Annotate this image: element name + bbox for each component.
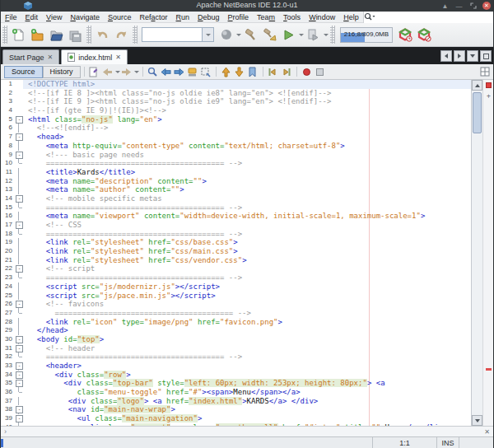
tab-close-icon[interactable]: ✕: [115, 54, 121, 61]
code-text[interactable]: <li class="current"><a class="smoothscro…: [23, 423, 471, 426]
code-text[interactable]: <head>: [23, 133, 471, 142]
close-button[interactable]: ✕: [482, 2, 491, 10]
toolbar-drag-handle[interactable]: [330, 26, 335, 44]
start-macro-recording-button[interactable]: [301, 66, 314, 78]
shade-button[interactable]: ▲: [440, 2, 450, 11]
code-text[interactable]: <!--<![endif]-->: [23, 124, 471, 133]
code-text[interactable]: <body id="top">: [23, 335, 471, 344]
code-line[interactable]: 5<html class="no-js" lang="en">: [1, 115, 471, 124]
code-line[interactable]: 26 <!-- favicons: [1, 300, 471, 309]
fold-mark[interactable]: [15, 371, 23, 380]
profile-stop-icon[interactable]: [415, 26, 434, 44]
code-text[interactable]: <!--[if IE 8 ]><html class="no-js oldie …: [23, 89, 471, 98]
fold-mark[interactable]: [15, 344, 23, 353]
maximize-window-button[interactable]: [480, 50, 492, 62]
tab-close-icon[interactable]: ✕: [48, 54, 54, 61]
fold-mark[interactable]: [15, 264, 23, 273]
fold-mark[interactable]: [15, 300, 23, 309]
caret-position-mark[interactable]: +: [486, 93, 492, 99]
code-line[interactable]: 20 <link rel="stylesheet" href="css/main…: [1, 247, 471, 256]
toggle-highlight-button[interactable]: [186, 66, 199, 78]
new-file-button[interactable]: [9, 26, 28, 44]
globe-icon[interactable]: [217, 26, 235, 44]
fold-mark[interactable]: [15, 405, 23, 414]
code-text[interactable]: <ul class="main-navigation">: [23, 414, 471, 423]
forward-dropdown-icon[interactable]: [134, 71, 139, 73]
find-next-button[interactable]: [173, 66, 186, 78]
source-view-button[interactable]: Source: [4, 66, 43, 78]
code-line[interactable]: 21 <link rel="stylesheet" href="css/vend…: [1, 256, 471, 265]
code-line[interactable]: 32 =====================================…: [1, 352, 471, 362]
code-text[interactable]: <!-- mobile specific metas: [23, 194, 471, 203]
fold-mark[interactable]: [15, 194, 23, 203]
toolbar-drag-handle[interactable]: [2, 26, 7, 44]
forward-button[interactable]: [120, 66, 133, 78]
code-line[interactable]: 3<!--[if IE 9 ]><html class="no-js oldie…: [1, 97, 471, 106]
menu-debug[interactable]: Debug: [193, 13, 224, 21]
code-line[interactable]: 40 <li class="current"><a class="smooths…: [1, 423, 471, 426]
code-line[interactable]: 10 =====================================…: [1, 159, 471, 168]
code-text[interactable]: <link rel="stylesheet" href="css/base.cs…: [23, 238, 471, 247]
fold-mark[interactable]: [15, 414, 23, 423]
clean-build-project-button[interactable]: [260, 26, 279, 44]
code-line[interactable]: 31 <!-- header: [1, 344, 471, 353]
code-line[interactable]: 14 <!-- mobile specific metas: [1, 194, 471, 203]
code-line[interactable]: 12 <meta name="description" content="">: [1, 177, 471, 186]
open-project-button[interactable]: [47, 26, 66, 44]
code-text[interactable]: <!-- script: [23, 264, 471, 273]
code-line[interactable]: 33 <header>: [1, 362, 471, 371]
code-text[interactable]: <meta name="author" content="">: [23, 185, 471, 194]
profile-project-icon[interactable]: [396, 26, 415, 44]
menu-refactor[interactable]: Refactor: [135, 13, 171, 21]
fold-mark[interactable]: [15, 379, 23, 388]
code-line[interactable]: 30 <body id="top">: [1, 335, 471, 344]
menu-window[interactable]: Window: [305, 13, 339, 21]
code-line[interactable]: 19 <link rel="stylesheet" href="css/base…: [1, 238, 471, 247]
code-text[interactable]: ========================================…: [23, 203, 471, 212]
fold-mark[interactable]: [15, 115, 23, 124]
menu-file[interactable]: File: [1, 13, 21, 21]
code-text[interactable]: ========================================…: [23, 352, 471, 362]
code-text[interactable]: <meta name="description" content="">: [23, 177, 471, 186]
code-text[interactable]: <div class="logo"> <a href="index.html">…: [23, 397, 471, 406]
history-view-button[interactable]: History: [43, 66, 81, 78]
code-text[interactable]: <meta name="viewport" content="width=dev…: [23, 212, 471, 221]
code-line[interactable]: 28 <link rel="icon" type="image/png" hre…: [1, 318, 471, 327]
shift-line-right-button[interactable]: [280, 66, 293, 78]
code-text[interactable]: <div class="row">: [23, 371, 471, 380]
scrollbar-thumb[interactable]: [473, 92, 482, 133]
code-line[interactable]: 39 <ul class="main-navigation">: [1, 414, 471, 423]
code-line[interactable]: 27 =====================================…: [1, 309, 471, 318]
code-line[interactable]: 9 <!--- basic page needs: [1, 151, 471, 160]
code-text[interactable]: <script src="js/pace.min.js"></script>: [23, 292, 471, 301]
code-text[interactable]: <meta http-equiv="content-type" content=…: [23, 142, 471, 151]
minimize-button[interactable]: —: [454, 2, 464, 11]
code-line[interactable]: 8 <meta http-equiv="content-type" conten…: [1, 142, 471, 151]
code-line[interactable]: 35 <div class="top-bar" style="left: 60p…: [1, 379, 471, 388]
debug-dropdown-icon[interactable]: [324, 34, 329, 36]
tab-list-button[interactable]: [467, 50, 478, 62]
toolbar-drag-handle[interactable]: [86, 26, 91, 44]
scroll-up-button[interactable]: [472, 80, 482, 91]
debug-project-button[interactable]: [304, 26, 323, 44]
tab-index-html[interactable]: index.html ✕: [61, 49, 128, 64]
code-line[interactable]: 38 <nav id="main-nav-wrap">: [1, 405, 471, 414]
fold-mark[interactable]: [15, 221, 23, 230]
redo-button[interactable]: [112, 26, 131, 44]
code-line[interactable]: 15 =====================================…: [1, 203, 471, 212]
undo-button[interactable]: [93, 26, 112, 44]
stop-macro-recording-button[interactable]: [314, 66, 327, 78]
code-text[interactable]: ========================================…: [23, 230, 471, 239]
code-line[interactable]: 11 <title>Kards</title>: [1, 168, 471, 177]
scroll-tabs-left-button[interactable]: [440, 50, 452, 62]
code-text[interactable]: class="menu-toggle" href="#"><span>Menu<…: [23, 388, 471, 397]
code-text[interactable]: <div class="top-bar" style="left: 60px; …: [23, 379, 471, 388]
vertical-scrollbar[interactable]: [471, 80, 482, 426]
back-button[interactable]: [101, 66, 114, 78]
code-line[interactable]: 34 <div class="row">: [1, 371, 471, 380]
config-combobox[interactable]: [142, 27, 214, 42]
code-line[interactable]: 36 class="menu-toggle" href="#"><span>Me…: [1, 388, 471, 397]
menu-edit[interactable]: Edit: [21, 13, 43, 21]
code-text[interactable]: ========================================…: [23, 273, 471, 282]
code-line[interactable]: 18 =====================================…: [1, 230, 471, 239]
